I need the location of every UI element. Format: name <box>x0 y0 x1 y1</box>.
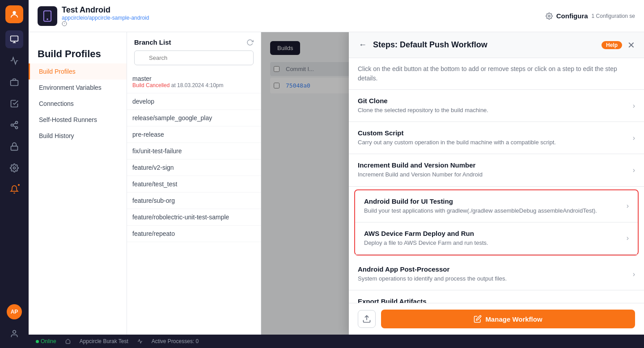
list-item[interactable]: release/sample_google_play <box>127 110 261 126</box>
chevron-right-icon: › <box>627 234 629 242</box>
sidebar-icon-rail: AP <box>0 0 29 348</box>
sidebar-settings-icon[interactable] <box>5 159 23 177</box>
list-item[interactable]: fix/unit-test-failure <box>127 143 261 159</box>
branch-name: feature/sub-org <box>132 197 255 204</box>
svg-point-6 <box>11 124 13 126</box>
nav-sidebar: Build Profiles Build Profiles Environmen… <box>29 32 127 335</box>
step-name: AWS Device Farm Deploy and Run <box>364 230 627 237</box>
sidebar-build-icon[interactable] <box>5 30 23 48</box>
list-item[interactable]: pre-release <box>127 126 261 143</box>
branch-list-panel: Branch List master Build Cancelled at 18… <box>127 32 261 335</box>
workspace-label: Appcircle Burak Test <box>80 338 128 344</box>
svg-line-8 <box>13 126 16 127</box>
sidebar-deploy-icon[interactable] <box>5 73 23 91</box>
chevron-right-icon: › <box>633 270 635 278</box>
list-item[interactable]: develop <box>127 93 261 110</box>
branch-name: feature/v2-sign <box>132 164 255 171</box>
branch-list: master Build Cancelled at 18.03.2024 4:1… <box>127 71 261 242</box>
svg-point-11 <box>13 167 16 169</box>
panel-description: Click on the edit button at the bottom t… <box>349 58 644 90</box>
config-section: Configura 1 Configuration se <box>546 12 635 20</box>
nav-item-connections[interactable]: Connections <box>29 96 127 112</box>
status-bar: Online Appcircle Burak Test Active Proce… <box>29 335 644 348</box>
svg-rect-10 <box>11 146 18 150</box>
list-item[interactable]: feature/robolectric-unit-test-sample <box>127 209 261 226</box>
list-item[interactable]: feature/v2-sign <box>127 159 261 176</box>
app-logo[interactable] <box>5 5 23 23</box>
status-online: Online <box>36 338 56 344</box>
page-title: Build Profiles <box>29 41 127 63</box>
processes-label: Active Processes: 0 <box>152 338 199 344</box>
panel-help-badge[interactable]: Help <box>602 41 622 49</box>
branch-search-wrapper <box>134 50 254 65</box>
panel-footer: Manage Workflow <box>349 303 644 335</box>
step-name: Custom Script <box>358 129 633 137</box>
step-desc: Clone the selected repository to the bui… <box>358 106 633 114</box>
steps-list: Git Clone Clone the selected repository … <box>349 90 644 303</box>
config-label: Configura <box>556 12 588 20</box>
branch-status: Build Cancelled at 18.03.2024 4:10pm <box>132 82 255 88</box>
chevron-right-icon: › <box>633 102 635 110</box>
app-repo[interactable]: appcircleio/appcircle-sample-android <box>62 15 541 21</box>
step-item-custom-script[interactable]: Custom Script Carry out any custom opera… <box>349 122 644 154</box>
panel-close-button[interactable]: ✕ <box>627 40 635 50</box>
step-desc: Build your test applications with gradle… <box>364 207 627 215</box>
online-dot <box>36 340 39 343</box>
panel-back-button[interactable]: ← <box>358 39 368 50</box>
list-item[interactable]: feature/test_test <box>127 176 261 193</box>
list-item[interactable]: feature/sub-org <box>127 193 261 209</box>
nav-item-env-vars[interactable]: Environment Variables <box>29 80 127 96</box>
panel-title: Steps: Default Push Workflow <box>373 40 596 50</box>
step-item-aws-device-farm[interactable]: AWS Device Farm Deploy and Run Deploy a … <box>355 222 638 255</box>
app-info: Test Android appcircleio/appcircle-sampl… <box>62 5 541 26</box>
list-item[interactable]: feature/repeato <box>127 226 261 242</box>
branch-name: feature/repeato <box>132 230 255 237</box>
step-desc: Increment Build and Version Number for A… <box>358 171 633 179</box>
steps-panel: ← Steps: Default Push Workflow Help ✕ Cl… <box>349 32 644 335</box>
svg-rect-4 <box>11 80 18 86</box>
highlighted-steps-group: Android Build for UI Testing Build your … <box>354 189 639 256</box>
sidebar-analytics-icon[interactable] <box>5 52 23 70</box>
step-item-android-ui-testing[interactable]: Android Build for UI Testing Build your … <box>355 190 638 222</box>
step-item-export-artifacts[interactable]: Export Build Artifacts Exports the speci… <box>349 290 644 303</box>
branch-list-header: Branch List <box>134 38 254 46</box>
config-sub: 1 Configuration se <box>592 13 635 19</box>
branch-name: feature/test_test <box>132 180 255 188</box>
manage-workflow-button[interactable]: Manage Workflow <box>381 310 635 328</box>
svg-rect-1 <box>11 36 18 42</box>
step-item-post-processor[interactable]: Android App Post-Processor System operat… <box>349 258 644 290</box>
step-name: Android Build for UI Testing <box>364 197 627 205</box>
nav-item-build-profiles[interactable]: Build Profiles <box>29 63 127 80</box>
app-name: Test Android <box>62 5 541 15</box>
step-name: Export Build Artifacts <box>358 298 633 303</box>
step-desc: Carry out any custom operation in the bu… <box>358 138 633 147</box>
nav-item-self-hosted[interactable]: Self-Hosted Runners <box>29 112 127 128</box>
branch-name: release/sample_google_play <box>132 114 255 122</box>
chevron-right-icon: › <box>633 134 635 142</box>
sidebar-notification-icon[interactable] <box>5 180 23 198</box>
sidebar-security-icon[interactable] <box>5 138 23 155</box>
app-icon <box>38 6 57 26</box>
sidebar-test-icon[interactable] <box>5 95 23 113</box>
branch-name: develop <box>132 98 255 105</box>
app-header: Test Android appcircleio/appcircle-sampl… <box>29 0 644 32</box>
list-item[interactable]: master Build Cancelled at 18.03.2024 4:1… <box>127 71 261 93</box>
sidebar-user-icon[interactable] <box>5 325 23 343</box>
main-content: Test Android appcircleio/appcircle-sampl… <box>29 0 644 348</box>
svg-point-5 <box>16 122 18 124</box>
panel-header: ← Steps: Default Push Workflow Help ✕ <box>349 32 644 58</box>
nav-item-build-history[interactable]: Build History <box>29 128 127 144</box>
refresh-icon[interactable] <box>246 39 254 46</box>
step-item-git-clone[interactable]: Git Clone Clone the selected repository … <box>349 90 644 122</box>
step-name: Git Clone <box>358 97 633 105</box>
step-item-increment-build[interactable]: Increment Build and Version Number Incre… <box>349 154 644 186</box>
branch-name: fix/unit-test-failure <box>132 147 255 155</box>
svg-point-0 <box>13 11 16 14</box>
branch-list-title: Branch List <box>134 38 171 46</box>
upload-button[interactable] <box>358 310 376 328</box>
branch-search-input[interactable] <box>134 50 254 65</box>
branch-name: pre-release <box>132 131 255 138</box>
user-avatar[interactable]: AP <box>7 304 22 319</box>
svg-point-18 <box>548 15 550 17</box>
sidebar-distribute-icon[interactable] <box>5 116 23 134</box>
